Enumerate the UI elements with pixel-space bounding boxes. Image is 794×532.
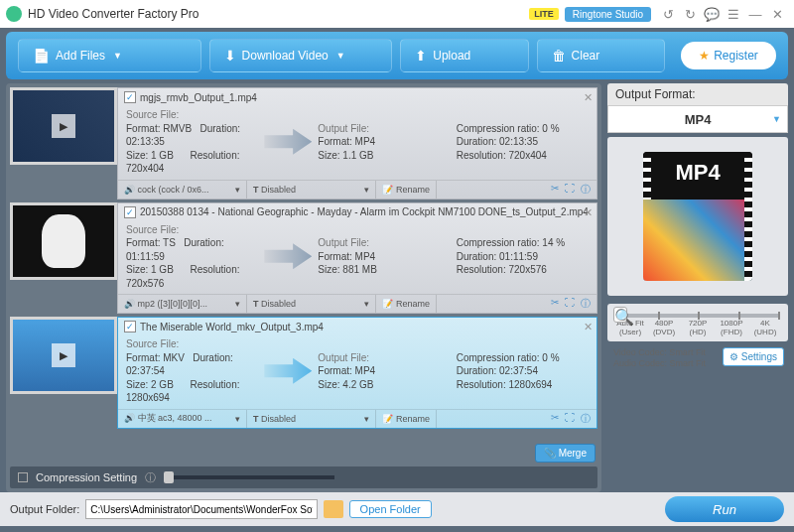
audio-track-select[interactable]: 🔊 mp2 ([3][0][0][0]...▾ bbox=[118, 295, 247, 313]
star-icon: ★ bbox=[699, 49, 710, 63]
compression-bar: Compression Setting ⓘ bbox=[10, 466, 597, 488]
output-format-label: Output Format: bbox=[607, 83, 788, 105]
register-button[interactable]: ★ Register bbox=[681, 42, 776, 69]
compression-checkbox[interactable] bbox=[18, 472, 28, 482]
resolution-option[interactable]: 720P(HD) bbox=[681, 320, 715, 337]
output-panel: Output Format: MP4 ▼ MP4 🔍 Auto Fit(User… bbox=[607, 83, 788, 492]
trash-icon: 🗑 bbox=[552, 48, 566, 64]
clear-button[interactable]: 🗑 Clear bbox=[537, 39, 665, 72]
output-info: Output File: Format: MP4 Size: 4.2 GB bbox=[318, 351, 450, 392]
undo-icon[interactable]: ↺ bbox=[657, 5, 679, 23]
chat-icon[interactable]: 💬 bbox=[701, 5, 723, 23]
bottom-bar: Output Folder: Open Folder Run bbox=[0, 492, 794, 526]
main-toolbar: 📄 Add Files ▼ ⬇ Download Video ▼ ⬆ Uploa… bbox=[6, 32, 788, 79]
subtitle-select[interactable]: T Disabled▾ bbox=[247, 295, 376, 313]
browse-folder-icon[interactable] bbox=[324, 500, 343, 518]
subtitle-select[interactable]: T Disabled▾ bbox=[247, 181, 376, 199]
file-item[interactable]: ▶ ✓ 20150388 0134 - National Geographic … bbox=[10, 202, 597, 315]
video-thumbnail[interactable]: ▶ bbox=[10, 87, 117, 165]
chevron-down-icon: ▼ bbox=[336, 51, 345, 61]
file-item[interactable]: ▶ ✓ The Miserable World_mkv_Output_3.mp4… bbox=[10, 317, 597, 429]
audio-track-select[interactable]: 🔊 cock (cock / 0x6...▾ bbox=[118, 181, 247, 199]
file-checkbox[interactable]: ✓ bbox=[124, 91, 136, 103]
minimize-icon[interactable]: — bbox=[744, 5, 766, 23]
file-name: 20150388 0134 - National Geographic - Ma… bbox=[140, 206, 589, 217]
rename-button[interactable]: 📝 Rename bbox=[376, 181, 437, 199]
audio-track-select[interactable]: 🔊 中英 ac3, 48000 ...▾ bbox=[118, 410, 247, 428]
info-icon[interactable]: ⓘ bbox=[581, 183, 591, 197]
add-files-button[interactable]: 📄 Add Files ▼ bbox=[18, 39, 201, 72]
compression-slider[interactable] bbox=[164, 475, 334, 479]
file-list-panel: ▶ ✓ mgjs_rmvb_Output_1.mp4 ✕ Source File… bbox=[6, 83, 601, 492]
register-label: Register bbox=[714, 49, 758, 63]
effects-icon[interactable]: ✂ bbox=[551, 412, 559, 426]
play-icon[interactable]: ▶ bbox=[52, 114, 75, 138]
lite-badge: LITE bbox=[529, 8, 559, 20]
file-card[interactable]: ✓ mgjs_rmvb_Output_1.mp4 ✕ Source File: … bbox=[117, 87, 597, 200]
resolution-option[interactable]: 4K(UHD) bbox=[748, 320, 782, 337]
info-icon[interactable]: ⓘ bbox=[581, 297, 591, 311]
settings-button[interactable]: ⚙ Settings bbox=[723, 347, 784, 366]
compression-label: Compression Setting bbox=[36, 471, 137, 483]
resolution-option[interactable]: 1080P(FHD) bbox=[715, 320, 748, 337]
upload-button[interactable]: ⬆ Upload bbox=[400, 39, 528, 72]
resolution-knob[interactable]: 🔍 bbox=[613, 307, 627, 323]
open-folder-button[interactable]: Open Folder bbox=[349, 500, 432, 518]
file-item[interactable]: ▶ ✓ mgjs_rmvb_Output_1.mp4 ✕ Source File… bbox=[10, 87, 597, 200]
file-name: mgjs_rmvb_Output_1.mp4 bbox=[140, 92, 257, 103]
clear-label: Clear bbox=[572, 49, 600, 63]
file-checkbox[interactable]: ✓ bbox=[124, 206, 136, 218]
output-extra: Compression ratio: 0 % Duration: 02:37:5… bbox=[457, 351, 589, 392]
subtitle-select[interactable]: T Disabled▾ bbox=[247, 410, 376, 428]
app-logo bbox=[6, 6, 22, 22]
codec-info: Video Codec: Smart Fit Audio Codec: Smar… bbox=[607, 341, 788, 376]
source-info: Source File: Format: MKV Duration: 02:37… bbox=[126, 337, 258, 405]
output-format-value: MP4 bbox=[685, 112, 712, 127]
close-icon[interactable]: ✕ bbox=[766, 5, 788, 23]
arrow-icon bbox=[264, 358, 312, 384]
add-files-label: Add Files bbox=[56, 49, 105, 63]
menu-icon[interactable]: ☰ bbox=[723, 5, 744, 23]
output-folder-label: Output Folder: bbox=[10, 503, 79, 515]
format-preview[interactable]: MP4 bbox=[607, 137, 788, 296]
resolution-slider[interactable]: 🔍 Auto Fit(User)480P(DVD)720P(HD)1080P(F… bbox=[607, 304, 788, 341]
resolution-option[interactable]: 480P(DVD) bbox=[647, 320, 681, 337]
video-thumbnail[interactable]: ▶ bbox=[10, 202, 117, 280]
info-icon[interactable]: ⓘ bbox=[145, 470, 156, 485]
effects-icon[interactable]: ✂ bbox=[551, 183, 559, 197]
output-format-select[interactable]: MP4 ▼ bbox=[607, 105, 788, 133]
output-extra: Compression ratio: 0 % Duration: 02:13:3… bbox=[457, 122, 589, 163]
arrow-icon bbox=[264, 129, 312, 155]
add-file-icon: 📄 bbox=[33, 48, 50, 64]
download-video-label: Download Video bbox=[242, 49, 329, 63]
download-video-button[interactable]: ⬇ Download Video ▼ bbox=[209, 39, 393, 72]
source-info: Source File: Format: TS Duration: 01:11:… bbox=[126, 223, 258, 291]
file-name: The Miserable World_mkv_Output_3.mp4 bbox=[140, 322, 324, 332]
download-icon: ⬇ bbox=[224, 48, 236, 64]
run-button[interactable]: Run bbox=[665, 496, 784, 522]
format-preview-text: MP4 bbox=[643, 152, 752, 186]
file-card[interactable]: ✓ 20150388 0134 - National Geographic - … bbox=[117, 202, 597, 315]
output-folder-input[interactable] bbox=[85, 499, 317, 519]
redo-icon[interactable]: ↻ bbox=[679, 5, 701, 23]
arrow-icon bbox=[264, 243, 312, 269]
crop-icon[interactable]: ⛶ bbox=[565, 297, 575, 311]
play-icon[interactable]: ▶ bbox=[52, 343, 75, 367]
ringtone-studio-button[interactable]: Ringtone Studio bbox=[565, 7, 651, 22]
remove-file-icon[interactable]: ✕ bbox=[584, 91, 593, 104]
video-thumbnail[interactable]: ▶ bbox=[10, 317, 117, 394]
crop-icon[interactable]: ⛶ bbox=[565, 412, 575, 426]
remove-file-icon[interactable]: ✕ bbox=[584, 321, 593, 333]
chevron-down-icon: ▼ bbox=[113, 51, 122, 61]
rename-button[interactable]: 📝 Rename bbox=[376, 410, 437, 428]
crop-icon[interactable]: ⛶ bbox=[565, 183, 575, 197]
file-card[interactable]: ✓ The Miserable World_mkv_Output_3.mp4 ✕… bbox=[117, 317, 597, 429]
title-bar: HD Video Converter Factory Pro LITE Ring… bbox=[0, 0, 794, 28]
merge-button[interactable]: 📎 Merge bbox=[535, 444, 596, 463]
remove-file-icon[interactable]: ✕ bbox=[584, 206, 593, 219]
file-checkbox[interactable]: ✓ bbox=[124, 321, 136, 332]
effects-icon[interactable]: ✂ bbox=[551, 297, 559, 311]
chevron-down-icon: ▼ bbox=[772, 114, 781, 124]
rename-button[interactable]: 📝 Rename bbox=[376, 295, 437, 313]
info-icon[interactable]: ⓘ bbox=[581, 412, 591, 426]
